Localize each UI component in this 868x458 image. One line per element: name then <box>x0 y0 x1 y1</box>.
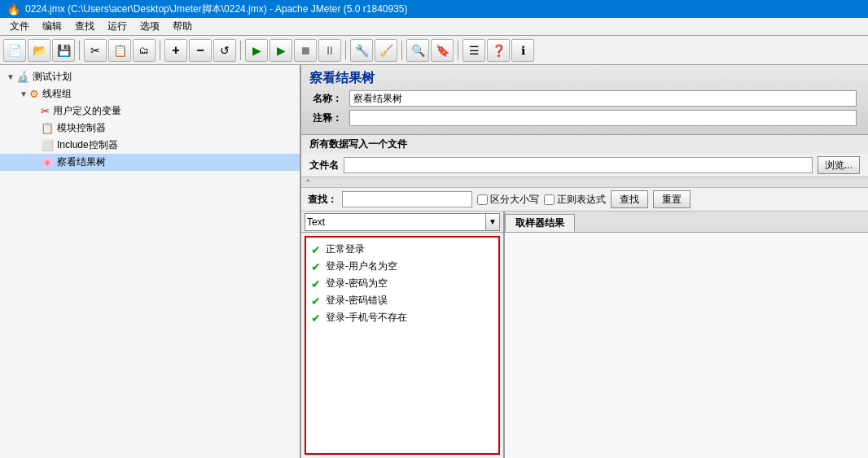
modulectrl-icon: 📋 <box>41 122 54 134</box>
find-button[interactable]: 查找 <box>611 190 648 208</box>
main-area: ▼ 🔬 测试计划 ▼ ⚙ 线程组 ▷ ✂ 用户定义的变量 ▷ 📋 模块控制器 ▷… <box>0 65 868 458</box>
tree-item-uservars[interactable]: ▷ ✂ 用户定义的变量 <box>0 103 300 120</box>
info-button[interactable]: ℹ <box>511 39 534 62</box>
title-bar: 🔥 0224.jmx (C:\Users\acer\Desktop\Jmeter… <box>0 0 868 18</box>
help-button[interactable]: ❓ <box>487 39 510 62</box>
list-item[interactable]: ✔ 登录-密码错误 <box>309 292 495 309</box>
test-results-list: ✔ 正常登录 ✔ 登录-用户名为空 ✔ 登录-密码为空 ✔ 登录-密码错误 <box>305 236 500 455</box>
dropdown-arrow-icon[interactable]: ▼ <box>485 213 500 231</box>
remote-button[interactable]: 🔍 <box>406 39 429 62</box>
threadgroup-label: 线程组 <box>42 87 72 101</box>
start-button[interactable]: ▶ <box>245 39 268 62</box>
regex-label: 正则表达式 <box>557 193 606 207</box>
includectrl-icon: ⬜ <box>41 139 54 151</box>
tree-panel: ▼ 🔬 测试计划 ▼ ⚙ 线程组 ▷ ✂ 用户定义的变量 ▷ 📋 模块控制器 ▷… <box>0 65 301 458</box>
separator-4 <box>345 41 346 60</box>
threadgroup-expand-icon: ▼ <box>20 89 28 98</box>
reset-button[interactable]: 重置 <box>653 190 690 208</box>
separator-3 <box>240 41 241 60</box>
case-sensitive-group[interactable]: 区分大小写 <box>477 193 539 207</box>
pass-icon-4: ✔ <box>311 294 321 308</box>
new-button[interactable]: 📄 <box>3 39 26 62</box>
name-label: 名称： <box>313 92 349 106</box>
resulttree-label: 察看结果树 <box>57 155 106 169</box>
save-button[interactable]: 💾 <box>52 39 75 62</box>
right-results-panel: 取样器结果 <box>505 212 868 458</box>
test-label-1: 正常登录 <box>326 242 365 256</box>
case-sensitive-label: 区分大小写 <box>490 193 539 207</box>
tree-item-includectrl[interactable]: ▷ ⬜ Include控制器 <box>0 137 300 154</box>
paste-button[interactable]: 🗂 <box>133 39 156 62</box>
collapse-button[interactable]: − <box>189 39 212 62</box>
case-sensitive-checkbox[interactable] <box>477 194 488 205</box>
search-input[interactable] <box>342 191 472 207</box>
results-area: Text ▼ ✔ 正常登录 ✔ 登录-用户名为空 ✔ 登录-密码为空 <box>301 212 868 458</box>
list-item[interactable]: ✔ 正常登录 <box>309 241 495 258</box>
filename-label: 文件名 <box>309 159 339 172</box>
test-label-4: 登录-密码错误 <box>326 294 388 308</box>
panel-title: 察看结果树 <box>309 70 860 87</box>
menu-options[interactable]: 选项 <box>134 18 166 35</box>
menu-file[interactable]: 文件 <box>3 18 36 35</box>
list-button[interactable]: ☰ <box>462 39 485 62</box>
filename-row: 文件名 浏览... <box>301 154 868 177</box>
tree-item-threadgroup[interactable]: ▼ ⚙ 线程组 <box>0 85 300 103</box>
list-item[interactable]: ✔ 登录-手机号不存在 <box>309 309 495 326</box>
test-label-2: 登录-用户名为空 <box>326 260 397 273</box>
uservars-label: 用户定义的变量 <box>53 104 121 118</box>
right-panel: 察看结果树 名称： 注释： 所有数据写入一个文件 文件名 浏览... ⌃ 查找： <box>301 65 868 458</box>
separator-5 <box>401 41 402 60</box>
test-label-3: 登录-密码为空 <box>326 277 388 290</box>
test-label-5: 登录-手机号不存在 <box>326 311 407 325</box>
search-label: 查找： <box>308 193 337 207</box>
menu-find[interactable]: 查找 <box>68 18 101 35</box>
stop-now-button[interactable]: ⏸ <box>318 39 341 62</box>
comment-input[interactable] <box>349 110 857 126</box>
includectrl-label: Include控制器 <box>57 138 118 152</box>
tree-item-resulttree[interactable]: ▷ 🌸 察看结果树 <box>0 154 300 171</box>
comment-label: 注释： <box>313 111 349 125</box>
name-input[interactable] <box>349 90 857 107</box>
start-no-pause-button[interactable]: ▶ <box>270 39 292 62</box>
results-tab-bar: 取样器结果 <box>505 212 868 233</box>
menu-run[interactable]: 运行 <box>101 18 134 35</box>
broom-button[interactable]: 🧹 <box>375 39 397 62</box>
tree-item-testplan[interactable]: ▼ 🔬 测试计划 <box>0 68 300 85</box>
cut-button[interactable]: ✂ <box>84 39 107 62</box>
toolbar: 📄 📂 💾 ✂ 📋 🗂 + − ↺ ▶ ▶ ⏹ ⏸ 🔧 🧹 🔍 🔖 ☰ ❓ ℹ <box>0 36 868 65</box>
menu-bar: 文件 编辑 查找 运行 选项 帮助 <box>0 18 868 36</box>
title-text: 0224.jmx (C:\Users\acer\Desktop\Jmeter脚本… <box>25 2 408 16</box>
remote2-button[interactable]: 🔖 <box>431 39 454 62</box>
pass-icon-2: ✔ <box>311 260 321 273</box>
separator-6 <box>458 41 458 60</box>
tree-item-modulectrl[interactable]: ▷ 📋 模块控制器 <box>0 120 300 137</box>
scroll-up-icon: ⌃ <box>305 178 311 187</box>
separator-1 <box>79 41 80 60</box>
sampler-results-tab[interactable]: 取样器结果 <box>505 214 575 232</box>
search-row: 查找： 区分大小写 正则表达式 查找 重置 <box>301 188 868 212</box>
copy-button[interactable]: 📋 <box>108 39 131 62</box>
stop-button[interactable]: ⏹ <box>294 39 317 62</box>
list-item[interactable]: ✔ 登录-用户名为空 <box>309 258 495 275</box>
testplan-icon: 🔬 <box>16 71 29 83</box>
regex-checkbox[interactable] <box>544 194 555 205</box>
pass-icon-3: ✔ <box>311 277 321 290</box>
open-button[interactable]: 📂 <box>28 39 50 62</box>
view-mode-select[interactable]: Text <box>305 213 486 231</box>
filename-input[interactable] <box>344 157 813 173</box>
testplan-expand-icon: ▼ <box>7 72 15 81</box>
regex-group[interactable]: 正则表达式 <box>544 193 606 207</box>
resulttree-icon: 🌸 <box>41 156 54 168</box>
app-flame-icon: 🔥 <box>7 2 20 15</box>
expand-button[interactable]: + <box>164 39 187 62</box>
menu-help[interactable]: 帮助 <box>166 18 199 35</box>
shears-button[interactable]: 🔧 <box>350 39 373 62</box>
browse-button[interactable]: 浏览... <box>818 156 860 174</box>
pass-icon-5: ✔ <box>311 312 321 325</box>
rotate-button[interactable]: ↺ <box>213 39 236 62</box>
menu-edit[interactable]: 编辑 <box>36 18 68 35</box>
comment-row: 注释： <box>309 110 860 126</box>
list-item[interactable]: ✔ 登录-密码为空 <box>309 275 495 292</box>
left-results-panel: Text ▼ ✔ 正常登录 ✔ 登录-用户名为空 ✔ 登录-密码为空 <box>301 212 505 458</box>
threadgroup-icon: ⚙ <box>29 88 39 100</box>
